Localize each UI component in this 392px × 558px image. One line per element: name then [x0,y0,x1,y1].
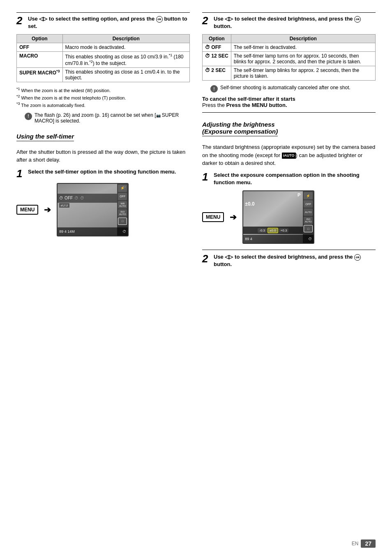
table-row: ⏱ 2 SEC The self-timer lamp blinks for a… [203,66,376,81]
ev-pos: +0.3 [279,228,289,233]
table-row: MACRO This enables shooting as close as … [17,52,190,68]
page-number-block: EN 27 [352,539,376,548]
self-timer-option-bar: ⏱ OFF ⏱ ⏱ [58,194,117,203]
ok-circle-icon-exp: ok [354,254,361,261]
box-icon-item-r: □ [304,225,313,232]
camera-p-mode-right: P [297,192,300,197]
macro-option-table: Option Description OFF Macro mode is dea… [16,34,190,82]
desc-macro: This enables shooting as close as 10 cm/… [62,52,189,68]
option-super-macro: SUPER MACRO*3 [17,68,63,82]
table-row: ⏱ OFF The self-timer is deactivated. [203,43,376,52]
menu-button-right[interactable]: MENU [202,212,224,222]
iso-icon-item: ISOAUTO [118,209,127,217]
desc-super-macro: This enables shooting as close as 1 cm/0… [62,68,189,82]
step1-self-timer-heading: 1 Select the self-timer option in the sh… [16,168,190,179]
step2-self-timer-num: 2 [202,15,211,26]
brightness-section-title: Adjusting the brightness(Exposure compen… [202,121,278,137]
ev-value-display: ±0.0 [245,201,254,207]
option-12sec: ⏱ 12 SEC [203,52,231,66]
ev-zero: ±0.0 [267,228,278,233]
desc-off: Macro mode is deactivated. [62,43,189,52]
step1-self-timer-num: 1 [16,168,25,179]
table-col2-header: Description [62,35,189,43]
note-icon-right: ! [210,85,218,93]
ok-circle-icon: ok [156,16,163,23]
mode-icon-item: OFF [118,193,127,200]
to-cancel-title: To cancel the self-timer after it starts [202,96,295,102]
right-column: 2 Use ◁▷ to select the desired brightnes… [202,12,376,273]
to-cancel-text: Press the Press the MENU button. [202,102,287,108]
camera-bottom-bar-right: 89 4 ⏱ [243,235,314,243]
step2-macro-text: Use ◁▷ to select the setting option, and… [28,15,190,30]
camera-screen-self-timer: P ⏱ OFF ⏱ ⏱ ⚡ OFF WBAUTO ISOAUTO □ [57,183,129,236]
arrow-right-icon: ➔ [44,205,51,215]
menu-button-left[interactable]: MENU [16,205,38,215]
option-off: OFF [17,43,63,52]
exposure-indicator-left: ±U.U [59,203,69,208]
desc-12sec: The self-timer lamp turns on for approx.… [231,52,375,66]
step2-self-timer-text: Use ◁▷ to select the desired brightness,… [214,15,376,30]
table-row: OFF Macro mode is deactivated. [17,43,190,52]
page-number: 27 [361,539,376,548]
macro-note-text: The flash (p. 26) and zoom (p. 16) canno… [35,112,190,124]
flash-icon-item-r: ⚡ [304,192,313,199]
wb-icon-item: WBAUTO [118,201,127,208]
box-icon-item: □ [118,218,127,225]
footnote-2: *2 When the zoom is at the most telephot… [16,94,190,101]
option-timer-off: ⏱ OFF [203,43,231,52]
left-column: 2 Use ◁▷ to select the setting option, a… [16,12,190,273]
self-timer-intro: After the shutter button is pressed all … [16,148,190,164]
option-2sec: ⏱ 2 SEC [203,66,231,81]
iauto-badge: iAUTO [282,153,296,159]
table-col1-header-right: Option [203,35,231,43]
table-row: SUPER MACRO*3 This enables shooting as c… [17,68,190,82]
self-timer-section-title: Using the self-timer [16,133,74,141]
self-timer-option-table: Option Description ⏱ OFF The self-timer … [202,34,376,81]
footnotes: *1 When the zoom is at the widest (W) po… [16,86,190,109]
step2-self-timer-heading: 2 Use ◁▷ to select the desired brightnes… [202,15,376,30]
footnote-3: *3 The zoom is automatically fixed. [16,101,190,109]
brightness-intro: The standard brightness (appropriate exp… [202,143,376,167]
step2-exposure-text: Use ◁▷ to select the desired brightness,… [214,253,376,268]
desc-timer-off: The self-timer is deactivated. [231,43,375,52]
mode-icon-item-r: OFF [304,200,313,208]
step1-exposure-num: 1 [202,171,211,182]
table-col2-header-right: Description [231,35,375,43]
step2-macro-num: 2 [16,15,25,26]
footnote-1: *1 When the zoom is at the widest (W) po… [16,86,190,94]
option-macro: MACRO [17,52,63,68]
en-label: EN [352,541,359,546]
to-cancel-block: To cancel the self-timer after it starts… [202,96,376,108]
self-timer-note-text: Self-timer shooting is automatically can… [220,85,350,90]
step1-exposure-heading: 1 Select the exposure compensation optio… [202,171,376,186]
exposure-camera-wrapper: MENU ➔ P ±0.0 ⚡ OFF AUTO IS [202,190,376,244]
step2-exposure-heading: 2 Use ◁▷ to select the desired brightnes… [202,253,376,268]
brightness-section-title-block: Adjusting the brightness(Exposure compen… [202,115,376,140]
camera-bottom-bar-left: 89 4 14M ⏱ [58,227,128,236]
desc-2sec: The self-timer lamp blinks for approx. 2… [231,66,375,81]
table-row: ⏱ 12 SEC The self-timer lamp turns on fo… [203,52,376,66]
flash-icon-item: ⚡ [118,185,127,192]
step1-exposure-text: Select the exposure compensation option … [214,171,376,186]
step2-macro-heading: 2 Use ◁▷ to select the setting option, a… [16,15,190,30]
macro-note-box: ! The flash (p. 26) and zoom (p. 16) can… [25,112,190,124]
ev-neg: -0.3 [258,228,267,233]
self-timer-camera-wrapper: MENU ➔ P ⏱ OFF ⏱ ⏱ ⚡ OFF W [16,183,190,236]
iso-icon-item-r: ISOAUTO [304,217,313,224]
arrow-right-icon-right: ➔ [230,212,237,222]
self-timer-note-box: ! Self-timer shooting is automatically c… [210,85,376,93]
ev-selection-bar: -0.3 ±0.0 +0.3 [243,227,303,234]
note-icon: ! [25,113,32,120]
camera-screen-exposure: P ±0.0 ⚡ OFF AUTO ISOAUTO □ [242,190,314,244]
ok-circle-icon-right: ok [354,16,361,23]
self-timer-section-title-block: Using the self-timer [16,127,190,145]
wb-icon-item-r: AUTO [304,208,313,216]
table-col1-header: Option [17,35,63,43]
step1-self-timer-text: Select the self-timer option in the shoo… [28,168,176,176]
step2-exposure-num: 2 [202,253,211,264]
